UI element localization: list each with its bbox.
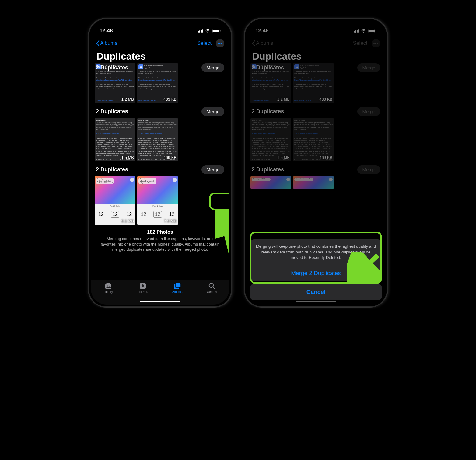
file-size: 433 KB [163, 97, 177, 102]
svg-rect-8 [175, 283, 181, 288]
cancel-button[interactable]: Cancel [250, 284, 382, 300]
screen-left: 12:48 Albums Select ••• Duplicates [91, 21, 229, 305]
merge-button[interactable]: Merge [201, 107, 224, 116]
tab-albums[interactable]: Albums [160, 282, 195, 294]
home-indicator[interactable] [140, 301, 180, 302]
svg-point-5 [107, 285, 108, 287]
back-label: Albums [100, 40, 117, 46]
duplicate-thumb[interactable]: IMPORTANT Please read the following term… [137, 118, 178, 161]
group-label: 2 Duplicates [96, 64, 128, 71]
action-sheet: Merging will keep one photo that combine… [250, 239, 382, 300]
back-button[interactable]: Albums [96, 40, 117, 46]
duplicate-group: 2 Duplicates Merge IMPORTANT Please read… [95, 105, 226, 161]
signal-icon [198, 29, 203, 33]
duplicate-group: 2 Duplicates Merge 16 iOS 16 Developer B… [95, 63, 226, 103]
ellipsis-icon: ••• [218, 41, 223, 46]
select-button[interactable]: Select [197, 40, 212, 46]
wifi-icon [205, 29, 211, 33]
search-icon [208, 282, 215, 290]
merge-button[interactable]: Merge [201, 63, 224, 72]
file-size: 469 KB [163, 155, 177, 160]
for-you-icon [139, 282, 146, 290]
tab-search[interactable]: Search [195, 282, 229, 294]
merge-duplicates-button[interactable]: Merge 2 Duplicates [250, 265, 382, 281]
group-label: 2 Duplicates [96, 166, 128, 173]
file-size: 1.2 MB [121, 97, 134, 102]
tab-for-you[interactable]: For You [126, 282, 160, 294]
file-size: 1.5 MB [121, 155, 134, 160]
tab-library[interactable]: Library [91, 282, 126, 294]
tab-label: Library [103, 290, 113, 294]
tab-label: For You [138, 290, 148, 294]
more-button[interactable]: ••• [216, 39, 224, 47]
albums-icon [173, 282, 181, 290]
tab-bar: Library For You Albums Search [91, 280, 229, 305]
duplicate-thumb[interactable]: Security■ Door 1 Unlocked■ Syst… 1 Disar… [137, 176, 178, 225]
file-size: 9.1 MB [121, 219, 134, 224]
tab-label: Search [207, 290, 217, 294]
sheet-message: Merging will keep one photo that combine… [250, 239, 382, 265]
notch [292, 21, 340, 31]
phone-left: 12:48 Albums Select ••• Duplicates [88, 18, 232, 307]
screen-right: 12:48 Albums Select ••• Duplicates 2 Du [247, 21, 385, 305]
nav-bar: Albums Select ••• [91, 36, 229, 50]
svg-rect-2 [220, 30, 221, 32]
merge-button[interactable]: Merge [201, 165, 224, 174]
duplicate-thumb[interactable]: Security■ Door 1 Unlocked■ Syst… 1 Disar… [95, 176, 135, 225]
footer-description: Merging combines relevant data like capt… [100, 236, 221, 252]
duplicate-thumb[interactable]: IMPORTANT Please read the following term… [95, 118, 135, 161]
battery-icon [212, 29, 221, 33]
status-time: 12:48 [100, 28, 113, 34]
tab-label: Albums [172, 290, 182, 294]
footer-summary: 182 Photos Merging combines relevant dat… [95, 227, 226, 254]
phone-right: 12:48 Albums Select ••• Duplicates 2 Du [244, 18, 388, 307]
library-icon [104, 282, 112, 290]
home-indicator[interactable] [296, 301, 336, 302]
duplicate-group: 2 Duplicates Merge Security■ Door 1 Unlo… [95, 163, 226, 225]
svg-line-10 [213, 287, 215, 289]
group-label: 2 Duplicates [96, 108, 128, 115]
svg-rect-1 [213, 30, 219, 32]
chevron-left-icon [96, 40, 100, 46]
photo-count: 182 Photos [100, 229, 221, 235]
file-size: 7.9 MB [164, 219, 177, 224]
notch [136, 21, 184, 31]
svg-rect-4 [106, 283, 110, 284]
